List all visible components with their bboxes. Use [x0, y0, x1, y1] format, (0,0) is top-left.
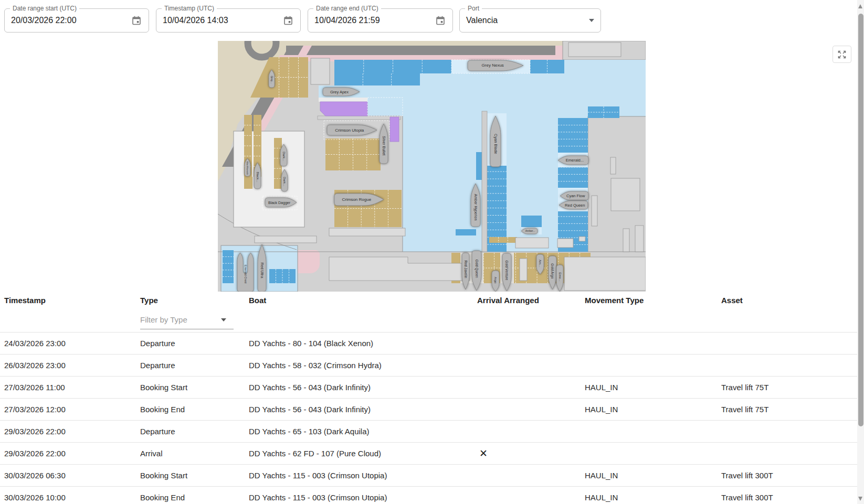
date-range-end-value[interactable]: 10/04/2026 21:59 — [314, 16, 435, 25]
boat-label: Argo — [494, 277, 497, 284]
table-row[interactable]: 27/03/2026 12:00Booking EndDD Yachts - 5… — [0, 399, 857, 421]
date-range-start-field[interactable]: Date range start (UTC) 20/03/2026 22:00 — [4, 8, 149, 33]
table-row[interactable]: 24/03/2026 23:00DepartureDD Yachts - 80 … — [0, 333, 857, 355]
column-header-arrival-arranged[interactable]: Arrival Arranged — [477, 296, 585, 305]
cell-timestamp: 30/03/2026 10:00 — [4, 493, 140, 502]
boat-label: Silver Bullet — [382, 136, 386, 155]
boat-label: Black... — [256, 172, 259, 183]
fullscreen-button[interactable] — [833, 46, 851, 63]
type-filter-placeholder: Filter by Type — [140, 315, 187, 324]
table-row[interactable]: 30/03/2026 06:30Booking StartDD Yachts -… — [0, 465, 857, 487]
table-row[interactable]: 29/03/2026 22:00ArrivalDD Yachts - 62 FD… — [0, 443, 857, 465]
boat-label: Crimson Rogue — [342, 197, 372, 202]
column-header-type[interactable]: Type — [140, 296, 249, 305]
boat-label: Dark... — [283, 177, 286, 186]
port-map[interactable]: Grey NexusGrey ApexGrey...Crimson Utopia… — [218, 41, 646, 292]
table-header: Timestamp Type Boat Arrival Arranged Mov… — [0, 296, 857, 305]
cell-timestamp: 29/03/2026 22:00 — [4, 449, 140, 458]
cell-boat: DD Yachts - 80 - 104 (Black Xenon) — [249, 339, 477, 348]
vertical-scrollbar[interactable] — [857, 0, 864, 504]
calendar-icon[interactable] — [435, 15, 446, 26]
boat-label: Amber Hyperion — [473, 194, 478, 221]
column-header-movement-type[interactable]: Movement Type — [585, 296, 721, 305]
cell-type: Booking End — [140, 405, 249, 414]
cell-timestamp: 27/03/2026 11:00 — [4, 383, 140, 392]
table-row[interactable]: 30/03/2026 10:00Booking EndDD Yachts - 1… — [0, 487, 857, 504]
cell-arrival-arranged: ✕ — [477, 448, 585, 458]
cell-type: Arrival — [140, 449, 249, 458]
cell-type: Booking Start — [140, 471, 249, 480]
cell-asset: Travel lift 75T — [721, 405, 857, 414]
column-header-asset[interactable]: Asset — [721, 296, 857, 305]
port-value[interactable]: Valencia — [466, 16, 585, 25]
boat-label: Am... — [539, 260, 542, 267]
arrival-not-arranged-x-icon[interactable]: ✕ — [477, 448, 488, 458]
scroll-up-arrow-icon[interactable] — [858, 4, 862, 8]
calendar-icon[interactable] — [131, 15, 142, 26]
boat-label: Eme... — [559, 272, 562, 282]
cell-asset: Travel lift 300T — [721, 471, 857, 480]
field-label: Port — [465, 5, 482, 12]
boat-label: Cyan Flow — [566, 194, 585, 198]
scrollbar-thumb[interactable] — [858, 14, 863, 426]
cell-movement-type: HAUL_IN — [585, 405, 721, 414]
boat-label: Emerald... — [566, 158, 584, 163]
boat-label: Gold Argo — [550, 263, 554, 278]
map-top-right-quay — [563, 41, 646, 60]
boat-label: Blue Maverick — [246, 162, 249, 175]
column-header-boat[interactable]: Boat — [249, 296, 477, 305]
port-select[interactable]: Port Valencia — [459, 8, 601, 33]
cell-movement-type: HAUL_IN — [585, 493, 721, 502]
date-range-start-value[interactable]: 20/03/2026 22:00 — [11, 16, 131, 25]
boat-label: Emerald Crest — [244, 265, 247, 284]
table-row[interactable]: 29/03/2026 22:00DepartureDD Yachts - 65 … — [0, 421, 857, 443]
cell-boat: DD Yachts - 115 - 003 (Crimson Utopia) — [249, 471, 477, 480]
scroll-down-arrow-icon[interactable] — [858, 497, 862, 501]
cell-timestamp: 24/03/2026 23:00 — [4, 339, 140, 348]
type-filter-select[interactable]: Filter by Type — [140, 310, 234, 329]
field-label: Date range start (UTC) — [10, 5, 79, 12]
timestamp-field[interactable]: Timestamp (UTC) 10/04/2026 14:03 — [156, 8, 301, 33]
cell-timestamp: 29/03/2026 22:00 — [4, 427, 140, 436]
table-body: 24/03/2026 23:00DepartureDD Yachts - 80 … — [0, 332, 857, 504]
cell-timestamp: 26/03/2026 23:00 — [4, 361, 140, 370]
boat-label: Amber... — [525, 230, 535, 233]
boat-label: Red Queen — [565, 203, 585, 208]
cell-boat: DD Yachts - 56 - 043 (Dark Infinity) — [249, 383, 477, 392]
cell-boat: DD Yachts - 56 - 043 (Dark Infinity) — [249, 405, 477, 414]
date-range-end-field[interactable]: Date range end (UTC) 10/04/2026 21:59 — [308, 8, 453, 33]
boat-label: Red Javelin — [464, 261, 468, 278]
calendar-icon[interactable] — [282, 15, 294, 26]
field-label: Date range end (UTC) — [313, 5, 381, 12]
cell-boat: DD Yachts - 115 - 003 (Crimson Utopia) — [249, 493, 477, 502]
boat-label: Grey... — [270, 76, 273, 83]
column-header-timestamp[interactable]: Timestamp — [4, 296, 140, 305]
cell-type: Departure — [140, 427, 249, 436]
cell-type: Booking End — [140, 493, 249, 502]
cell-asset: Travel lift 300T — [721, 493, 857, 502]
fullscreen-expand-icon — [837, 50, 847, 59]
boat-label: Grey Apex — [330, 90, 349, 94]
cell-type: Booking Start — [140, 383, 249, 392]
cell-movement-type: HAUL_IN — [585, 383, 721, 392]
dropdown-arrow-icon — [221, 318, 226, 321]
cell-type: Departure — [140, 339, 249, 348]
dropdown-arrow-icon[interactable] — [589, 19, 594, 22]
boat-label: Gold Queen — [475, 260, 479, 278]
table-filter-row: Filter by Type — [0, 310, 857, 329]
cell-movement-type: HAUL_IN — [585, 471, 721, 480]
cell-timestamp: 30/03/2026 06:30 — [4, 471, 140, 480]
cell-timestamp: 27/03/2026 12:00 — [4, 405, 140, 414]
boat-label: Red Ultra — [260, 263, 264, 278]
boat-label: Cyan Blade — [493, 134, 498, 154]
cell-boat: DD Yachts - 62 FD - 107 (Pure Cloud) — [249, 449, 477, 458]
boat-label: Dark... — [282, 152, 286, 161]
cell-asset: Travel lift 75T — [721, 383, 857, 392]
table-row[interactable]: 26/03/2026 23:00DepartureDD Yachts - 58 … — [0, 355, 857, 377]
boat-label: Black Dagger — [268, 201, 291, 205]
cell-boat: DD Yachts - 58 - 032 (Crimson Hydra) — [249, 361, 477, 370]
timestamp-value[interactable]: 10/04/2026 14:03 — [163, 16, 282, 25]
boat-label: Gold Venture — [505, 260, 509, 280]
field-label: Timestamp (UTC) — [162, 5, 217, 12]
table-row[interactable]: 27/03/2026 11:00Booking StartDD Yachts -… — [0, 377, 857, 399]
